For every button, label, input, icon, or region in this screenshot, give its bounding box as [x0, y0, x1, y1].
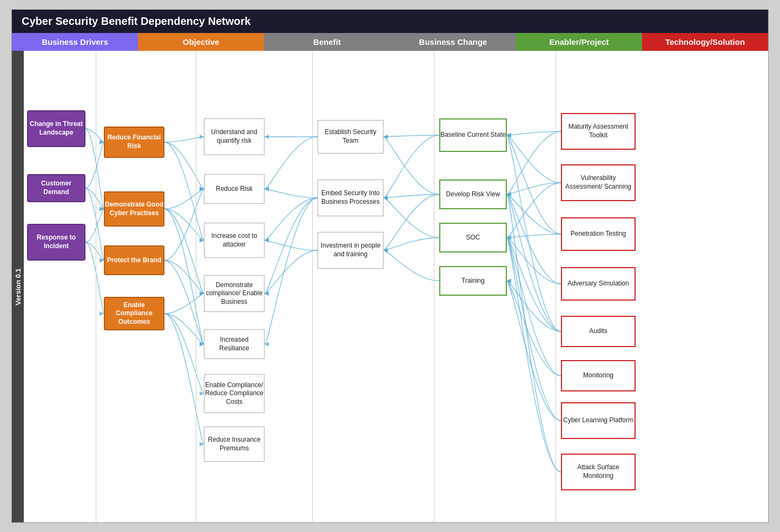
- version-text: Version 0.1: [14, 268, 22, 305]
- svg-marker-36: [384, 248, 388, 252]
- svg-marker-26: [265, 291, 269, 296]
- svg-marker-10: [200, 238, 204, 243]
- content-area: Version 0.1 Change in Threat Landscape C…: [12, 51, 768, 522]
- svg-marker-39: [507, 192, 511, 197]
- main-container: Cyber Security Benefit Dependency Networ…: [11, 9, 769, 523]
- svg-marker-35: [384, 196, 388, 200]
- node-en4: Training: [439, 266, 507, 296]
- svg-marker-50: [507, 236, 511, 240]
- svg-marker-25: [265, 238, 269, 243]
- svg-marker-5: [100, 207, 104, 211]
- node-ob3: Protect the Brand: [104, 245, 164, 275]
- svg-marker-43: [507, 133, 511, 137]
- svg-marker-16: [200, 291, 204, 296]
- svg-marker-40: [507, 133, 511, 137]
- svg-marker-11: [200, 187, 204, 191]
- node-bc1: Establish Security Team: [318, 120, 384, 154]
- svg-marker-28: [265, 238, 269, 243]
- svg-marker-56: [507, 192, 511, 197]
- svg-marker-47: [507, 192, 511, 197]
- svg-marker-45: [507, 236, 511, 240]
- svg-marker-8: [200, 135, 204, 139]
- node-tech5: Audits: [561, 316, 636, 347]
- svg-marker-1: [100, 207, 104, 211]
- svg-marker-19: [200, 342, 204, 347]
- svg-marker-51: [507, 279, 511, 283]
- svg-marker-3: [100, 207, 104, 211]
- svg-marker-42: [507, 236, 511, 240]
- svg-marker-38: [507, 133, 511, 137]
- svg-marker-22: [265, 135, 269, 139]
- node-tech1: Maturity Assessment Toolkit: [561, 113, 636, 150]
- svg-marker-12: [200, 238, 204, 243]
- page-title: Cyber Security Benefit Dependency Networ…: [22, 15, 250, 27]
- svg-marker-33: [384, 196, 388, 200]
- node-ob4: Enable Compliance Outcomes: [104, 297, 164, 330]
- node-bd1: Change in Threat Landscape: [27, 110, 85, 147]
- svg-marker-32: [384, 135, 388, 139]
- col-header-tech: Technology/Solution: [642, 33, 768, 51]
- node-ben5: Increased Resiliance: [204, 329, 265, 359]
- svg-marker-9: [200, 187, 204, 191]
- col-header-business-drivers: Business Drivers: [12, 33, 138, 51]
- col-header-enabler: Enabler/Project: [516, 33, 642, 51]
- svg-marker-23: [265, 187, 269, 191]
- svg-marker-55: [507, 236, 511, 240]
- node-en3: SOC: [439, 223, 507, 252]
- svg-marker-2: [100, 140, 104, 144]
- version-bar: Version 0.1: [12, 51, 24, 522]
- node-tech7: Cyber Learning Platform: [561, 402, 636, 439]
- node-ob1: Reduce Financial Risk: [104, 127, 164, 158]
- svg-marker-27: [265, 342, 269, 347]
- node-bd3: Response to Incident: [27, 224, 85, 261]
- svg-marker-17: [200, 342, 204, 347]
- col-header-business-change: Business Change: [390, 33, 516, 51]
- col-header-objective: Objective: [138, 33, 264, 51]
- divider-4: [434, 51, 434, 522]
- svg-marker-53: [507, 279, 511, 283]
- svg-marker-34: [384, 248, 388, 252]
- node-bc2: Embed Security Into Business Processes: [318, 179, 384, 216]
- node-tech8: Attack Surface Monitoring: [561, 454, 636, 490]
- node-ob2: Demonstrate Good Cyber Practises: [104, 191, 164, 227]
- svg-marker-6: [100, 258, 104, 263]
- svg-marker-54: [507, 279, 511, 283]
- divider-3: [312, 51, 313, 522]
- col-header-benefit: Benefit: [264, 33, 390, 51]
- node-tech6: Monitoring: [561, 360, 636, 391]
- node-tech4: Adversary Simulation: [561, 267, 636, 301]
- node-bd2: Customer Demand: [27, 174, 85, 202]
- svg-marker-15: [200, 187, 204, 191]
- svg-marker-29: [265, 291, 269, 296]
- title-bar: Cyber Security Benefit Dependency Networ…: [12, 10, 768, 33]
- divider-2: [196, 51, 196, 522]
- node-bc3: Investment in people and training: [318, 232, 384, 269]
- svg-marker-21: [200, 442, 204, 447]
- node-ben7: Reduce Insurance Premiums: [204, 427, 265, 462]
- svg-marker-0: [100, 140, 104, 144]
- svg-marker-31: [384, 196, 388, 200]
- svg-marker-37: [384, 248, 388, 252]
- svg-marker-7: [100, 311, 104, 316]
- divider-5: [556, 51, 556, 522]
- node-ben3: Increase cost to attacker: [204, 223, 265, 258]
- node-tech2: Vulnerability Assessment/ Scanning: [561, 164, 636, 201]
- node-ben1: Understand and quantify risk: [204, 118, 265, 155]
- column-headers: Business Drivers Objective Benefit Busin…: [12, 33, 768, 51]
- svg-marker-46: [507, 236, 511, 240]
- svg-marker-41: [507, 192, 511, 197]
- node-en2: Develop Risk View: [439, 179, 507, 209]
- svg-marker-24: [265, 187, 269, 191]
- svg-marker-13: [200, 291, 204, 296]
- connections-svg: [12, 51, 768, 522]
- svg-marker-4: [100, 258, 104, 263]
- svg-marker-52: [507, 236, 511, 240]
- svg-marker-14: [200, 342, 204, 347]
- svg-marker-44: [507, 192, 511, 197]
- node-ben4: Demonstrate compliance/ Enable Business: [204, 275, 265, 312]
- node-en1: Baseline Current State: [439, 118, 507, 152]
- node-ben2: Reduce Risk: [204, 174, 265, 204]
- svg-marker-57: [507, 236, 511, 240]
- svg-marker-49: [507, 192, 511, 197]
- divider-1: [96, 51, 96, 522]
